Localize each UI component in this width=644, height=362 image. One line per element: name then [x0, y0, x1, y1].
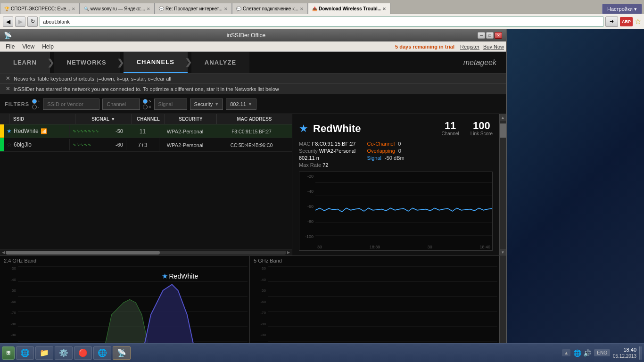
taskbar-btn-office[interactable]: ⚙️	[55, 346, 73, 360]
signal-radio-group: + -	[32, 99, 40, 109]
filters-bar: FILTERS + - >	[0, 94, 506, 114]
col-header-security[interactable]: SECURITY	[165, 114, 217, 124]
tab-channels[interactable]: CHANNELS ❯	[124, 52, 188, 73]
tab-networks[interactable]: NETWORKS ❯	[54, 52, 120, 73]
signal-filter[interactable]	[154, 99, 187, 110]
tab-label-sony: www.sony.ru — Яндекс:...	[91, 6, 145, 11]
y-label-1: -40	[301, 189, 314, 194]
browser-settings-button[interactable]: Настройки ▾	[602, 4, 642, 14]
minimize-button[interactable]: ─	[478, 32, 485, 39]
taskbar-btn-chrome[interactable]: 🌐	[93, 346, 111, 360]
tab-label-download: Download Wireless Troubl...	[319, 6, 381, 11]
notif-close-1[interactable]: ✕	[6, 75, 10, 82]
row-star-1[interactable]: ★	[7, 128, 12, 134]
forward-button[interactable]: ▶	[15, 16, 25, 27]
radio-plus-row[interactable]: +	[32, 99, 40, 104]
row-star-2[interactable]: ☆	[7, 141, 12, 148]
taskbar-btn-inssider[interactable]: 📡	[113, 346, 131, 360]
buy-link[interactable]: Buy Now	[483, 44, 504, 49]
scroll-track[interactable]	[6, 251, 286, 255]
band24-y6: -90	[2, 333, 16, 337]
col-header-signal[interactable]: SIGNAL ▼	[75, 114, 132, 124]
col-header-channel[interactable]: CHANNEL	[132, 114, 165, 124]
protocol-filter[interactable]: 802.11 ▼	[226, 99, 256, 110]
taskbar-btn-explorer[interactable]: 📁	[35, 346, 53, 360]
notif-close-2[interactable]: ✕	[6, 86, 10, 92]
maximize-button[interactable]: □	[486, 32, 494, 39]
scroll-down-btn[interactable]: ▼	[500, 249, 506, 255]
tab-learn-arrow: ❯	[47, 58, 55, 68]
menu-file[interactable]: File	[2, 42, 18, 51]
table-row[interactable]: ☆ 6blgJlo ∿∿∿∿∿ -60 7+3 WPA2-Personal CC	[0, 138, 292, 152]
go-button[interactable]: ➜	[605, 16, 618, 27]
network-tray-icon[interactable]: 🌐	[573, 349, 581, 357]
refresh-button[interactable]: ↻	[27, 16, 38, 27]
table-row[interactable]: ★ RedWhite 📶 ∿∿∿∿∿∿∿ -50 11 WPA2-Persona…	[0, 124, 292, 138]
filters-label: FILTERS	[5, 101, 29, 107]
tab-favicon-sony: 🔍	[84, 7, 89, 11]
radio-lt-row[interactable]: <	[143, 105, 151, 109]
start-area[interactable]: ⊞	[2, 346, 15, 360]
scroll-up-btn[interactable]: ▲	[500, 114, 506, 121]
tab-learn[interactable]: LEARN ❯	[0, 52, 50, 73]
tab-favicon-forum1: 💬	[159, 7, 164, 11]
show-desktop[interactable]	[639, 346, 642, 360]
table-scrollbar-h[interactable]: ◀ ▶	[0, 249, 292, 255]
col-header-ssid[interactable]: SSID	[9, 114, 75, 124]
security-filter[interactable]: Security ▼	[190, 99, 223, 110]
right-scrollbar[interactable]: ▲ ▼	[499, 114, 506, 255]
tab-sports[interactable]: 🏆 СПОРТ-ЭКСПРЕСС: Еже... ✕	[0, 3, 80, 14]
detail-info-area: MAC F8:C0:91:15:BF:27 Security WPA2-Pers…	[299, 141, 493, 168]
tab-download[interactable]: 📥 Download Wireless Troubl... ✕	[308, 3, 390, 14]
col-header-mac[interactable]: MAC ADDRESS	[217, 114, 292, 124]
close-button[interactable]: ✕	[495, 32, 502, 39]
tab-forum1[interactable]: 💬 Re: Пропадает интернет... ✕	[155, 3, 232, 14]
menu-bar: File View Help 5 days remaining in trial…	[0, 41, 506, 52]
radio-minus-row[interactable]: -	[32, 105, 40, 109]
tab-forum2[interactable]: 💬 Слетает подключение к... ✕	[232, 3, 308, 14]
band24-y3: -60	[2, 300, 16, 304]
system-tray: ▲ 🌐 🔊 ENG 18:40 05.12.2013	[562, 346, 642, 360]
x-label-3: 18:40	[479, 245, 490, 249]
scroll-left-btn[interactable]: ◀	[2, 250, 5, 255]
table-header: SSID SIGNAL ▼ CHANNEL SECURITY MAC ADDRE…	[0, 114, 292, 124]
tab-close-forum2[interactable]: ✕	[300, 7, 304, 11]
tab-close-download[interactable]: ✕	[382, 7, 386, 11]
tab-close-sports[interactable]: ✕	[72, 7, 75, 11]
radio-gt-row[interactable]: >	[143, 99, 151, 104]
address-bar[interactable]	[40, 16, 603, 27]
ssid-filter[interactable]	[43, 99, 99, 110]
brand-logo: metageek	[454, 52, 506, 73]
taskbar-btn-ie[interactable]: 🌐	[16, 346, 34, 360]
scroll-v-thumb[interactable]	[500, 123, 506, 138]
tab-close-sony[interactable]: ✕	[147, 7, 150, 11]
channel-filter[interactable]	[102, 99, 140, 110]
lang-indicator[interactable]: ENG	[594, 349, 610, 356]
scroll-right-btn[interactable]: ▶	[287, 250, 290, 255]
menu-help[interactable]: Help	[38, 42, 58, 51]
mac-value-1: F8:C0:91:15:BF:27	[231, 129, 272, 134]
tab-close-forum1[interactable]: ✕	[224, 7, 228, 11]
signal-bars-2: ∿∿∿∿∿	[73, 142, 114, 147]
tab-analyze[interactable]: ANALYZE	[191, 52, 249, 73]
tab-sony[interactable]: 🔍 www.sony.ru — Яндекс:... ✕	[80, 3, 155, 14]
abp-icon[interactable]: ABP	[620, 17, 633, 26]
taskbar: ⊞ 🌐 📁 ⚙️ 🔴 🌐 📡 ▲ 🌐 🔊 ENG 18:40 05.12.201…	[0, 343, 644, 362]
register-link[interactable]: Register	[460, 44, 479, 49]
menu-view[interactable]: View	[18, 42, 38, 51]
inssider-app: 📡 inSSIDer Office ─ □ ✕ File View Help 5…	[0, 29, 507, 362]
bottom-right-scrollbar[interactable]	[499, 256, 506, 347]
row-color-2	[0, 138, 4, 151]
taskbar-btn-app[interactable]: 🔴	[74, 346, 92, 360]
clock[interactable]: 18:40 05.12.2013	[613, 346, 636, 359]
detail-protocol-value: 802.11 n	[299, 155, 319, 161]
star-icon[interactable]: ☆	[635, 17, 641, 26]
back-button[interactable]: ◀	[3, 16, 13, 27]
row-cell-security-1: WPA2-Personal	[159, 124, 211, 138]
chart-x-axis: 30 18:39 30 18:40	[315, 244, 492, 250]
band5-y4: -70	[252, 311, 266, 315]
signal-chart: -20 -40 -60 -80 -100	[299, 172, 493, 251]
volume-tray-icon[interactable]: 🔊	[583, 349, 591, 357]
tray-arrow[interactable]: ▲	[562, 349, 570, 356]
detail-score-block: 100 Link Score	[471, 121, 493, 136]
